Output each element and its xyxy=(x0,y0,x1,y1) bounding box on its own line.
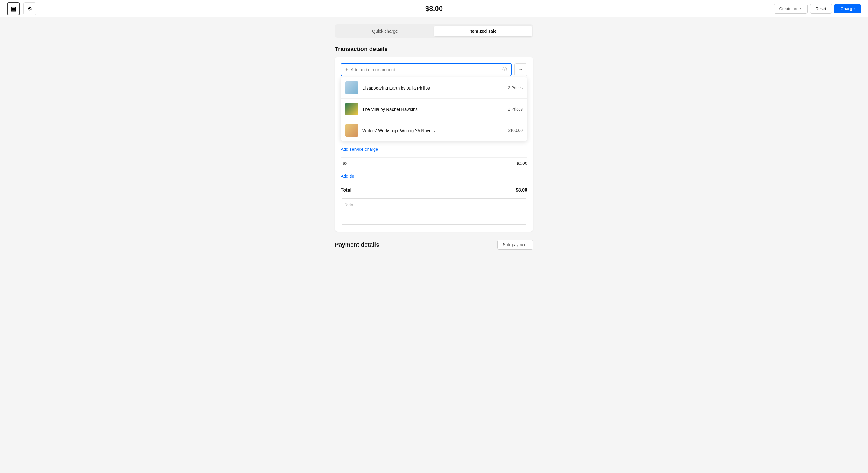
total-row: Total $8.00 xyxy=(341,183,527,196)
logo-button[interactable]: ▣ xyxy=(7,2,20,15)
tax-row: Tax $0.00 xyxy=(341,158,527,169)
add-tip-link[interactable]: Add tip xyxy=(341,170,354,181)
tab-bar: Quick charge Itemized sale xyxy=(335,25,533,38)
total-value: $8.00 xyxy=(516,188,527,193)
app-header: ▣ ⚙ $8.00 Create order Reset Charge xyxy=(0,0,868,18)
add-service-charge-link[interactable]: Add service charge xyxy=(341,144,378,155)
add-tip-row: Add tip xyxy=(341,169,527,183)
tax-value: $0.00 xyxy=(516,161,527,166)
header-actions: Create order Reset Charge xyxy=(774,4,861,14)
list-item[interactable]: Disappearing Earth by Julia Philips 2 Pr… xyxy=(341,77,527,99)
book-price-3: $100.00 xyxy=(508,128,523,133)
main-content: Quick charge Itemized sale Transaction d… xyxy=(0,18,868,260)
create-order-button[interactable]: Create order xyxy=(774,4,808,14)
charge-button[interactable]: Charge xyxy=(834,4,861,13)
gear-icon: ⚙ xyxy=(27,5,32,12)
add-icon: + xyxy=(345,66,348,73)
split-payment-button[interactable]: Split payment xyxy=(497,240,533,250)
payment-section-title: Payment details xyxy=(335,242,379,248)
transaction-card: + ⓘ ⌖ Disappearing Earth by Julia Philip… xyxy=(335,57,533,231)
book-thumbnail-3 xyxy=(345,124,358,137)
search-input-wrap[interactable]: + ⓘ xyxy=(341,63,512,76)
payment-header: Payment details Split payment xyxy=(335,240,533,250)
payment-section: Payment details Split payment xyxy=(335,240,533,250)
tab-quick-charge[interactable]: Quick charge xyxy=(336,26,434,36)
note-textarea[interactable] xyxy=(341,198,527,225)
total-label: Total xyxy=(341,188,351,193)
tax-label: Tax xyxy=(341,161,347,166)
discount-tag-icon: ⌖ xyxy=(520,66,522,73)
list-item[interactable]: Writers' Workshop: Writing YA Novels $10… xyxy=(341,120,527,141)
list-item[interactable]: The Villa by Rachel Hawkins 2 Prices xyxy=(341,99,527,120)
service-charge-row: Add service charge xyxy=(341,141,527,158)
search-dropdown: Disappearing Earth by Julia Philips 2 Pr… xyxy=(341,77,527,141)
transaction-section-title: Transaction details xyxy=(335,46,533,53)
book-title-1: Disappearing Earth by Julia Philips xyxy=(362,86,504,90)
book-title-3: Writers' Workshop: Writing YA Novels xyxy=(362,128,504,133)
header-left: ▣ ⚙ xyxy=(7,2,36,15)
search-input[interactable] xyxy=(351,67,502,72)
book-title-2: The Villa by Rachel Hawkins xyxy=(362,107,504,112)
content-area: Quick charge Itemized sale Transaction d… xyxy=(335,25,533,253)
settings-button[interactable]: ⚙ xyxy=(23,2,36,15)
info-icon[interactable]: ⓘ xyxy=(502,66,507,73)
discount-button[interactable]: ⌖ xyxy=(515,63,527,76)
book-thumbnail-2 xyxy=(345,103,358,116)
book-thumbnail-1 xyxy=(345,82,358,94)
reset-button[interactable]: Reset xyxy=(810,4,832,14)
tab-itemized-sale[interactable]: Itemized sale xyxy=(434,26,532,36)
search-row: + ⓘ ⌖ xyxy=(341,63,527,76)
book-price-2: 2 Prices xyxy=(508,107,523,112)
total-amount: $8.00 xyxy=(425,5,443,13)
logo-icon: ▣ xyxy=(11,5,16,12)
book-price-1: 2 Prices xyxy=(508,86,523,90)
